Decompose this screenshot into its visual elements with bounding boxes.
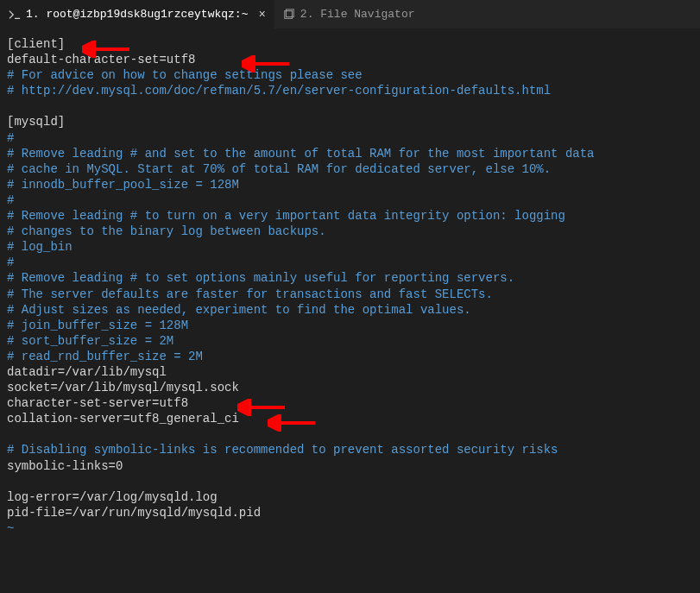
terminal-line: # For advice on how to change settings p… (7, 67, 693, 83)
terminal-line: collation-server=utf8_general_ci (7, 411, 693, 426)
terminal-line: # Adjust sizes as needed, experiment to … (7, 302, 693, 318)
terminal-line (7, 474, 693, 489)
terminal-line: # innodb_buffer_pool_size = 128M (7, 177, 693, 192)
terminal-line: # join_buffer_size = 128M (7, 318, 693, 333)
terminal-line: # cache in MySQL. Start at 70% of total … (7, 161, 693, 177)
terminal-line: # sort_buffer_size = 2M (7, 333, 693, 349)
terminal-line: # Remove leading # to turn on a very imp… (7, 208, 693, 224)
terminal-line: character-set-server=utf8 (7, 395, 693, 411)
terminal-line: # log_bin (7, 239, 693, 255)
file-navigator-icon (283, 9, 295, 21)
terminal-line: # (7, 255, 693, 270)
terminal-icon (9, 9, 21, 21)
terminal-line: # (7, 130, 693, 146)
close-icon[interactable]: × (258, 8, 265, 22)
terminal-line: [mysqld] (7, 114, 693, 129)
tab-file-navigator[interactable]: 2. File Navigator (274, 0, 424, 28)
terminal-line: # (7, 192, 693, 208)
terminal-line: datadir=/var/lib/mysql (7, 364, 693, 380)
terminal-content[interactable]: [client]default-character-set=utf8# For … (0, 29, 700, 543)
tab-label: 2. File Navigator (300, 8, 415, 21)
terminal-line: # Remove leading # to set options mainly… (7, 270, 693, 286)
terminal-line: # Remove leading # and set to the amount… (7, 146, 693, 161)
terminal-line: ~ (7, 520, 693, 536)
terminal-line: # http://dev.mysql.com/doc/refman/5.7/en… (7, 83, 693, 98)
tab-bar: 1. root@izbp19dsk8ug1rzceytwkqz:~ × 2. F… (0, 0, 700, 29)
terminal-line: pid-file=/var/run/mysqld/mysqld.pid (7, 505, 693, 520)
terminal-line: # The server defaults are faster for tra… (7, 287, 693, 302)
terminal-line (7, 426, 693, 442)
terminal-line: # read_rnd_buffer_size = 2M (7, 349, 693, 364)
terminal-line: [client] (7, 36, 693, 52)
tab-terminal[interactable]: 1. root@izbp19dsk8ug1rzceytwkqz:~ × (0, 0, 274, 28)
terminal-line (7, 98, 693, 114)
terminal-line: # changes to the binary log between back… (7, 224, 693, 239)
tab-label: 1. root@izbp19dsk8ug1rzceytwkqz:~ (26, 8, 248, 21)
terminal-line: symbolic-links=0 (7, 458, 693, 474)
terminal-line: # Disabling symbolic-links is recommende… (7, 442, 693, 457)
terminal-line: log-error=/var/log/mysqld.log (7, 489, 693, 505)
terminal-line: socket=/var/lib/mysql/mysql.sock (7, 380, 693, 395)
terminal-line: default-character-set=utf8 (7, 52, 693, 67)
